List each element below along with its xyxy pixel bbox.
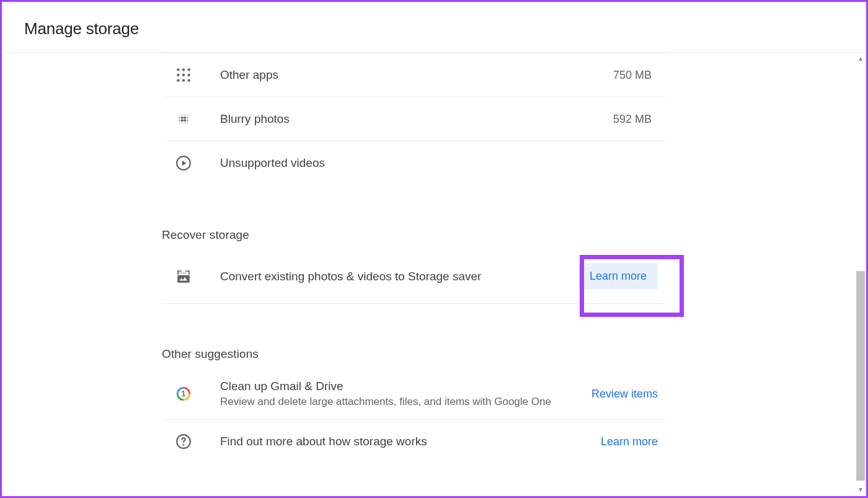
svg-point-16 xyxy=(187,117,188,118)
svg-point-11 xyxy=(184,114,185,115)
svg-point-8 xyxy=(188,79,190,82)
row-main: Clean up Gmail & Drive Review and delete… xyxy=(220,380,591,408)
svg-point-15 xyxy=(184,117,186,119)
learn-more-link[interactable]: Learn more xyxy=(601,435,665,448)
recover-storage-section: Recover storage Convert existing photos … xyxy=(162,228,866,304)
row-main: Other apps xyxy=(220,68,613,82)
svg-point-5 xyxy=(188,74,190,76)
svg-point-33 xyxy=(185,272,186,273)
svg-point-24 xyxy=(187,122,188,123)
row-label: Clean up Gmail & Drive xyxy=(220,380,591,393)
svg-point-14 xyxy=(181,117,184,119)
svg-rect-34 xyxy=(177,275,190,282)
play-circle-icon xyxy=(175,155,192,171)
svg-point-32 xyxy=(183,272,184,273)
row-main: Unsupported videos xyxy=(220,156,652,170)
row-cleanup-gmail-drive[interactable]: 1 Clean up Gmail & Drive Review and dele… xyxy=(162,368,665,420)
storage-saver-icon xyxy=(175,269,192,285)
svg-point-6 xyxy=(177,79,179,82)
svg-point-22 xyxy=(182,122,183,123)
row-main: Convert existing photos & videos to Stor… xyxy=(220,270,578,283)
blur-icon xyxy=(175,111,192,127)
help-circle-icon xyxy=(175,434,192,450)
scrollbar-thumb[interactable] xyxy=(856,271,865,481)
row-label: Find out more about how storage works xyxy=(220,435,601,448)
row-how-storage-works[interactable]: Find out more about how storage works Le… xyxy=(162,420,665,463)
svg-point-2 xyxy=(188,68,190,71)
svg-point-3 xyxy=(177,74,179,76)
storage-items-section: Other apps 750 MB Blurry photos 592 MB xyxy=(162,53,866,185)
row-label: Blurry photos xyxy=(220,112,613,126)
svg-point-18 xyxy=(181,119,184,122)
row-blurry-photos[interactable]: Blurry photos 592 MB xyxy=(162,97,665,141)
google-one-icon: 1 xyxy=(175,386,192,402)
row-value: 592 MB xyxy=(613,113,665,126)
review-items-link[interactable]: Review items xyxy=(591,388,665,401)
row-sublabel: Review and delete large attachments, fil… xyxy=(220,396,591,408)
scrollbar-up-icon[interactable]: ▲ xyxy=(856,54,865,63)
svg-point-13 xyxy=(179,117,180,118)
svg-point-30 xyxy=(179,272,180,273)
header: Manage storage xyxy=(2,2,866,53)
svg-point-20 xyxy=(187,120,188,122)
learn-more-button[interactable]: Learn more xyxy=(578,263,658,290)
svg-point-1 xyxy=(182,68,185,71)
svg-text:1: 1 xyxy=(182,389,186,398)
svg-point-17 xyxy=(179,120,180,122)
svg-point-9 xyxy=(179,114,180,115)
scrollbar[interactable]: ▲ ▼ xyxy=(852,53,866,495)
svg-rect-27 xyxy=(177,270,179,275)
page-title: Manage storage xyxy=(24,19,844,38)
svg-point-12 xyxy=(187,114,188,115)
row-label: Other apps xyxy=(220,68,613,82)
svg-point-0 xyxy=(177,68,179,71)
row-label: Unsupported videos xyxy=(220,156,652,170)
row-convert-storage-saver[interactable]: Convert existing photos & videos to Stor… xyxy=(162,249,665,304)
section-title-suggestions: Other suggestions xyxy=(162,347,866,361)
svg-point-21 xyxy=(179,122,180,123)
svg-point-19 xyxy=(184,119,186,122)
apps-grid-icon xyxy=(175,67,192,83)
svg-point-4 xyxy=(182,74,185,76)
row-unsupported-videos[interactable]: Unsupported videos xyxy=(162,141,665,185)
row-main: Find out more about how storage works xyxy=(220,435,601,448)
svg-rect-29 xyxy=(188,270,190,275)
scrollbar-down-icon[interactable]: ▼ xyxy=(856,485,865,494)
row-label: Convert existing photos & videos to Stor… xyxy=(220,270,578,283)
svg-point-31 xyxy=(180,272,182,273)
row-value: 750 MB xyxy=(613,69,665,82)
row-other-apps[interactable]: Other apps 750 MB xyxy=(162,53,665,97)
other-suggestions-section: Other suggestions 1 Clean up Gmail & Dri… xyxy=(162,347,866,463)
svg-point-41 xyxy=(183,444,185,446)
content-area: Other apps 750 MB Blurry photos 592 MB xyxy=(2,53,866,496)
svg-point-23 xyxy=(184,122,185,123)
svg-point-10 xyxy=(182,114,183,115)
row-main: Blurry photos xyxy=(220,112,613,126)
svg-point-7 xyxy=(182,79,185,82)
section-title-recover: Recover storage xyxy=(162,228,866,242)
